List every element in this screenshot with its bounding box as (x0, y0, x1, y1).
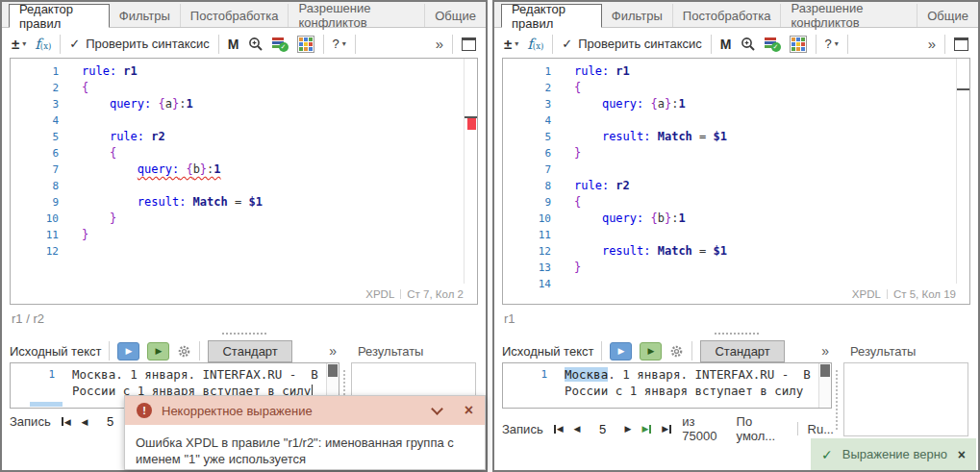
source-toolbar: Исходный текст ▶ ▶ Стандарт » Результаты (10, 339, 478, 362)
insert-template-button[interactable]: ± ▾ (504, 36, 518, 52)
help-label: ? (333, 37, 339, 51)
highlight-groups-icon[interactable] (297, 36, 314, 53)
maximize-editor-icon[interactable] (954, 37, 968, 51)
line-number: 11 (503, 227, 574, 243)
tab-bar: Редактор правил Фильтры Постобработка Ра… (2, 2, 486, 28)
code-editor[interactable]: 1 rule: r1 2 { 3 query: {a}:1 4 5 rule: … (10, 58, 478, 305)
line-number: 13 (503, 260, 574, 276)
tab[interactable]: Редактор правил (501, 4, 602, 28)
test-rules-icon[interactable]: ✓ (765, 37, 781, 52)
source-text-editor[interactable]: 1 Москва. 1 января. INTERFAX.RU - ВРосси… (502, 362, 832, 409)
check-syntax-button[interactable]: ✓ Проверить синтаксис (562, 37, 702, 51)
macro-button[interactable]: M (720, 37, 732, 52)
language-dropdown[interactable]: Ru... (808, 422, 834, 436)
code-line: 4 (11, 112, 477, 129)
vertical-splitter-handle[interactable] (836, 370, 838, 430)
code-text: rule: r2 (574, 178, 630, 194)
toolbar-separator (847, 35, 848, 54)
close-icon[interactable]: × (958, 447, 966, 462)
tab[interactable]: Фильтры (602, 4, 672, 27)
standard-preset-button[interactable]: Стандарт (700, 340, 784, 362)
run-rules-button[interactable]: ▶ (610, 342, 632, 360)
code-line: 12 result: Match = $1 (503, 243, 969, 260)
run-selected-button[interactable]: ▶ (147, 342, 169, 360)
code-text: rule: r1 (574, 63, 630, 80)
line-number: 1 (11, 363, 72, 399)
first-record-button[interactable]: ◀ (62, 417, 71, 427)
toolbar-overflow-button[interactable]: » (928, 36, 936, 52)
source-toolbar: Исходный текст ▶ ▶ Стандарт » Результаты (502, 339, 970, 362)
tab[interactable]: Общие (424, 4, 486, 27)
insert-template-button[interactable]: ± ▾ (12, 36, 26, 52)
tab[interactable]: Постобработка (672, 4, 781, 27)
editor-scrollbar[interactable] (464, 59, 477, 284)
run-rules-button[interactable]: ▶ (117, 342, 139, 360)
tab-label: Общие (435, 9, 476, 23)
editor-scrollbar[interactable] (956, 59, 969, 284)
preset-dropdown[interactable]: По умол... (737, 414, 788, 443)
settings-gear-icon[interactable] (669, 344, 684, 359)
code-text: result: Match = $1 (574, 129, 727, 145)
chevron-down-icon: ▾ (515, 39, 518, 48)
standard-preset-button[interactable]: Стандарт (208, 340, 291, 362)
macro-button[interactable]: M (228, 37, 239, 52)
error-popup-title: Некорректное выражение (162, 404, 423, 418)
horizontal-splitter-handle[interactable] (715, 333, 759, 335)
check-syntax-button[interactable]: ✓ Проверить синтаксис (69, 37, 210, 51)
tab[interactable]: Постобработка (180, 4, 289, 27)
previous-record-button[interactable]: ◀ (574, 424, 581, 434)
help-button[interactable]: ? ▾ (825, 37, 839, 51)
status-separator (400, 289, 401, 299)
toolbar-separator (691, 341, 692, 360)
zoom-icon[interactable] (248, 37, 264, 52)
toolbar-overflow-button[interactable]: » (436, 36, 443, 52)
horizontal-splitter-handle[interactable] (222, 333, 266, 335)
line-number: 10 (11, 211, 82, 227)
source-overflow-button[interactable]: » (329, 343, 337, 359)
collapse-chevron-icon[interactable] (431, 403, 443, 415)
function-button[interactable]: f(x) (527, 36, 543, 53)
previous-record-button[interactable]: ◀ (82, 417, 88, 427)
tab[interactable]: Редактор правил (9, 4, 110, 28)
highlight-groups-icon[interactable] (790, 36, 807, 53)
code-text: { (82, 145, 116, 161)
test-rules-icon[interactable]: ✓ (272, 37, 289, 52)
line-number: 7 (503, 161, 574, 178)
line-number: 1 (503, 63, 574, 80)
next-record-button[interactable]: ▶ (625, 424, 632, 434)
line-number: 11 (11, 227, 82, 243)
settings-gear-icon[interactable] (177, 344, 191, 359)
function-button[interactable]: f(x) (35, 36, 51, 53)
toolbar-separator (816, 35, 817, 54)
code-editor[interactable]: 1 rule: r1 2 { 3 query: {a}:1 4 5 result… (502, 58, 970, 305)
record-number-input[interactable]: 5 (591, 422, 615, 436)
maximize-editor-icon[interactable] (462, 37, 476, 51)
code-text: rule: r2 (82, 129, 165, 145)
tab[interactable]: Общие (917, 4, 978, 27)
code-line: 4 (503, 112, 969, 129)
last-record-button[interactable]: ▶ (662, 424, 671, 434)
record-number-input[interactable]: 5 (99, 414, 122, 429)
error-icon: ! (137, 403, 152, 418)
scrollbar-thumb[interactable] (328, 364, 338, 377)
chevron-down-icon: ▾ (835, 39, 839, 48)
close-icon[interactable]: × (465, 403, 473, 418)
error-marker[interactable] (467, 118, 476, 130)
zoom-icon[interactable] (741, 37, 756, 52)
run-to-record-button[interactable]: ▶ (641, 424, 651, 434)
code-line: 3 query: {a}:1 (11, 96, 477, 112)
scrollbar-thumb[interactable] (957, 88, 969, 90)
tab[interactable]: Разрешение конфликтов (288, 4, 424, 27)
scrollbar-thumb[interactable] (820, 364, 830, 377)
source-overflow-button[interactable]: » (821, 343, 829, 359)
run-selected-button[interactable]: ▶ (640, 342, 662, 360)
help-button[interactable]: ? ▾ (333, 37, 346, 51)
source-scrollbar[interactable] (818, 363, 831, 408)
code-text: result: Match = $1 (574, 243, 727, 260)
record-count: из 75000 (682, 414, 726, 443)
first-record-button[interactable]: ◀ (554, 424, 564, 434)
code-text: rule: r1 (82, 63, 138, 80)
line-number: 7 (11, 161, 82, 178)
tab[interactable]: Разрешение конфликтов (780, 4, 917, 27)
tab[interactable]: Фильтры (110, 4, 180, 27)
